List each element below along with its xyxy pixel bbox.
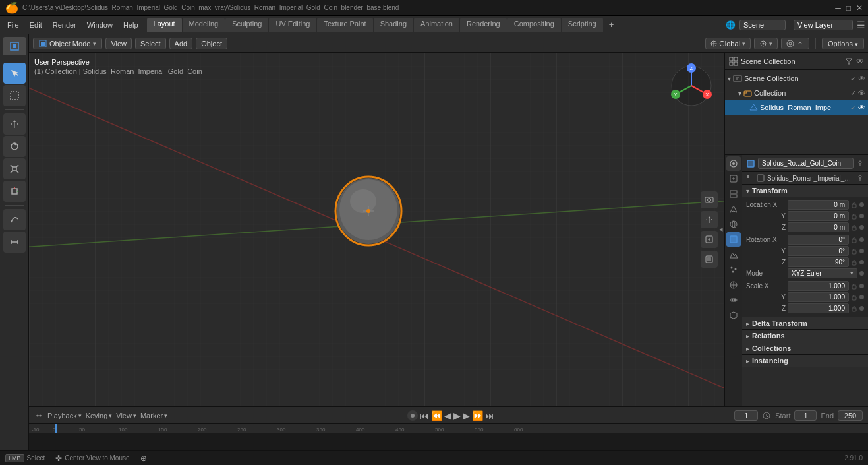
scale-z-lock[interactable]: [851, 305, 857, 312]
props-icon-data[interactable]: [726, 308, 741, 323]
transform-orientation-btn[interactable]: Global ▾: [705, 38, 751, 49]
props-icon-modifiers[interactable]: [726, 247, 741, 262]
select-box-btn[interactable]: [3, 85, 26, 106]
props-icon-physics[interactable]: [726, 278, 741, 292]
scene-input[interactable]: [739, 20, 786, 30]
region-overlay-btn[interactable]: [701, 251, 718, 268]
record-btn[interactable]: [407, 410, 418, 421]
scale-x-dot[interactable]: [859, 284, 864, 288]
start-frame-input[interactable]: [794, 410, 817, 421]
menu-edit[interactable]: Edit: [25, 20, 47, 30]
rotation-y-input[interactable]: 0°: [788, 246, 849, 256]
props-icon-constraints[interactable]: [726, 293, 741, 307]
rotation-z-dot[interactable]: [859, 260, 864, 264]
props-icon-render[interactable]: [726, 156, 741, 171]
timeline-view-btn[interactable]: View ▾: [116, 412, 136, 419]
options-btn[interactable]: Options ▾: [822, 38, 864, 49]
location-x-lock[interactable]: [851, 202, 857, 208]
tab-scripting[interactable]: Scripting: [562, 18, 603, 32]
move-tool-btn[interactable]: [3, 113, 26, 135]
rotation-y-lock[interactable]: [851, 248, 857, 255]
marker-btn[interactable]: Marker ▾: [140, 412, 167, 419]
play-btn[interactable]: ▶: [453, 410, 461, 421]
props-icon-output[interactable]: [726, 171, 741, 186]
collection-visibility[interactable]: ✓: [850, 89, 856, 98]
tab-modeling[interactable]: Modeling: [183, 18, 225, 32]
menu-window[interactable]: Window: [82, 20, 117, 30]
end-frame-input[interactable]: [838, 410, 863, 421]
snap-controls[interactable]: ▾: [754, 38, 778, 49]
scale-y-lock[interactable]: [851, 294, 857, 301]
props-icon-view-layer[interactable]: [726, 187, 741, 201]
object-mode-dropdown[interactable]: Object Mode ▾: [33, 38, 102, 49]
location-y-input[interactable]: 0 m: [788, 211, 849, 221]
transform-section-header[interactable]: ▾ Transform: [742, 185, 868, 197]
view-all-btn[interactable]: [701, 231, 718, 248]
rotation-mode-dropdown[interactable]: XYZ Euler ▾: [788, 268, 857, 278]
annotate-tool-btn[interactable]: [3, 209, 26, 230]
tab-uv-editing[interactable]: UV Editing: [269, 18, 316, 32]
rotation-x-dot[interactable]: [859, 237, 864, 242]
view-menu-btn[interactable]: View: [105, 38, 132, 49]
viewport-gizmo[interactable]: Z X Y: [665, 59, 718, 112]
delta-transform-header[interactable]: ▸ Delta Transform: [742, 317, 868, 329]
viewport-collapse-btn[interactable]: ◂: [718, 220, 724, 239]
close-btn[interactable]: ✕: [856, 3, 863, 13]
maximize-btn[interactable]: □: [846, 3, 851, 13]
rotation-y-dot[interactable]: [859, 249, 864, 253]
scale-x-input[interactable]: 1.000: [788, 281, 849, 291]
select-tool-btn[interactable]: [3, 63, 26, 84]
scale-tool-btn[interactable]: [3, 158, 26, 179]
viewport-mode-icon[interactable]: [3, 37, 26, 55]
pan-view-btn[interactable]: [701, 211, 718, 228]
location-z-lock[interactable]: [851, 224, 857, 231]
data-link-icon[interactable]: [856, 174, 864, 182]
proportional-edit-btn[interactable]: [781, 38, 809, 49]
scale-z-dot[interactable]: [859, 306, 864, 311]
playback-btn[interactable]: Playback ▾: [47, 412, 82, 419]
scale-y-input[interactable]: 1.000: [788, 292, 849, 302]
add-menu-btn[interactable]: Add: [169, 38, 193, 49]
collection-eye[interactable]: 👁: [858, 89, 865, 97]
location-y-lock[interactable]: [851, 213, 857, 220]
viewport-canvas[interactable]: User Perspective (1) Collection | Solidu…: [29, 53, 724, 406]
pin-icon[interactable]: [856, 160, 864, 168]
relations-header[interactable]: ▸ Relations: [742, 330, 868, 342]
view-layer-input[interactable]: [794, 20, 853, 30]
minimize-btn[interactable]: ─: [835, 3, 841, 13]
camera-view-btn[interactable]: [701, 191, 718, 208]
next-frame-btn[interactable]: ⏩: [472, 410, 483, 421]
props-icon-scene[interactable]: [726, 202, 741, 216]
rotation-z-input[interactable]: 90°: [788, 257, 849, 267]
props-icon-world[interactable]: [726, 217, 741, 232]
scale-x-lock[interactable]: [851, 283, 857, 290]
rotation-x-lock[interactable]: [851, 237, 857, 243]
rotation-z-lock[interactable]: [851, 259, 857, 266]
object-visibility[interactable]: ✓: [850, 104, 856, 112]
scale-z-input[interactable]: 1.000: [788, 303, 849, 313]
scale-y-dot[interactable]: [859, 295, 864, 299]
tab-animation[interactable]: Animation: [414, 18, 459, 32]
keying-btn[interactable]: Keying ▾: [86, 412, 113, 419]
menu-render[interactable]: Render: [48, 20, 81, 30]
prev-keyframe-btn[interactable]: ◀: [444, 410, 451, 421]
tab-compositing[interactable]: Compositing: [507, 18, 561, 32]
rotation-x-input[interactable]: 0°: [788, 235, 849, 245]
select-menu-btn[interactable]: Select: [135, 38, 166, 49]
rotation-mode-dot[interactable]: [859, 271, 864, 276]
outliner-filter-icon[interactable]: [844, 57, 854, 66]
menu-file[interactable]: File: [3, 20, 24, 30]
jump-end-btn[interactable]: ⏭: [485, 410, 494, 421]
collection-item[interactable]: ▾ Collection ✓ 👁: [725, 86, 868, 100]
scene-collection-item[interactable]: ▾ Scene Collection ✓ 👁: [725, 71, 868, 86]
rotate-tool-btn[interactable]: [3, 136, 26, 157]
tab-layout[interactable]: Layout: [147, 18, 182, 32]
current-frame-input[interactable]: [734, 410, 758, 421]
object-name-input[interactable]: [758, 158, 854, 169]
measure-tool-btn[interactable]: [3, 232, 26, 253]
scene-collection-eye[interactable]: 👁: [858, 75, 865, 82]
object-eye[interactable]: 👁: [858, 104, 865, 111]
object-menu-btn[interactable]: Object: [196, 38, 227, 49]
location-z-input[interactable]: 0 m: [788, 222, 849, 232]
scene-collection-visibility[interactable]: ✓: [850, 75, 856, 83]
